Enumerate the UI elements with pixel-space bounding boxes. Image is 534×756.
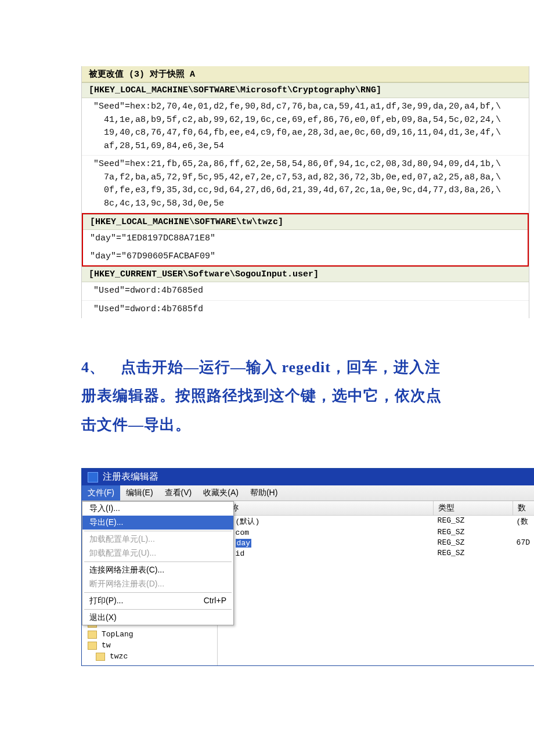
menu-file[interactable]: 文件(F) (82, 485, 120, 501)
highlighted-section: [HKEY_LOCAL_MACHINE\SOFTWARE\tw\twzc] "d… (82, 213, 529, 267)
col-type[interactable]: 类型 (434, 501, 513, 515)
regedit-icon (88, 472, 98, 483)
menu-help[interactable]: 帮助(H) (244, 485, 283, 501)
tree-item-tw[interactable]: tw (88, 640, 211, 651)
tree-item-twzc[interactable]: twzc (88, 651, 211, 662)
menu-item-connect[interactable]: 连接网络注册表(C)... (82, 563, 233, 577)
value-list-panel: 名称 类型 数 ab(默认) REG_SZ (数 abcom REG_SZ ab… (217, 501, 534, 665)
reg-value-day-2: "day"="67D90605FACBAF09" (83, 248, 528, 266)
diff-header: 被更改值 (3) 对于快照 A (82, 66, 529, 82)
reg-value-used-1: "Used"=dword:4b7685ed (82, 282, 529, 301)
col-data[interactable]: 数 (513, 501, 534, 515)
registry-diff-block: 被更改值 (3) 对于快照 A [HKEY_LOCAL_MACHINE\SOFT… (81, 66, 529, 318)
menu-favorites[interactable]: 收藏夹(A) (197, 485, 244, 501)
menu-item-exit[interactable]: 退出(X) (82, 611, 233, 625)
tree-item-toplang[interactable]: TopLang (88, 629, 211, 640)
reg-value-seed-2: "Seed"=hex:21,fb,65,2a,86,ff,62,2e,58,54… (82, 156, 529, 213)
list-row-com[interactable]: abcom REG_SZ (218, 527, 534, 538)
tree-panel: 导入(I)... 导出(E)... 加载配置单元(L)... 卸载配置单元(U)… (82, 501, 217, 665)
list-header: 名称 类型 数 (218, 501, 534, 516)
folder-icon (88, 631, 97, 639)
menu-item-import[interactable]: 导入(I)... (82, 502, 233, 516)
window-title: 注册表编辑器 (103, 471, 158, 483)
menubar[interactable]: 文件(F) 编辑(E) 查看(V) 收藏夹(A) 帮助(H) (82, 485, 534, 501)
folder-open-icon (88, 642, 97, 650)
window-titlebar: 注册表编辑器 (82, 469, 534, 485)
reg-value-used-2: "Used"=dword:4b7685fd (82, 301, 529, 319)
col-name[interactable]: 名称 (218, 501, 434, 515)
regedit-window: 注册表编辑器 文件(F) 编辑(E) 查看(V) 收藏夹(A) 帮助(H) 导入… (81, 468, 534, 666)
reg-key-twzc: [HKEY_LOCAL_MACHINE\SOFTWARE\tw\twzc] (83, 214, 528, 230)
menu-edit[interactable]: 编辑(E) (120, 485, 159, 501)
reg-value-seed-1: "Seed"=hex:b2,70,4e,01,d2,fe,90,8d,c7,76… (82, 98, 529, 156)
menu-item-load-hive: 加载配置单元(L)... (82, 532, 233, 546)
menu-item-unload-hive: 卸载配置单元(U)... (82, 546, 233, 560)
reg-key-rng: [HKEY_LOCAL_MACHINE\SOFTWARE\Microsoft\C… (82, 82, 529, 98)
folder-open-icon (96, 653, 105, 661)
reg-key-sogou: [HKEY_CURRENT_USER\Software\SogouInput.u… (82, 267, 529, 282)
file-dropdown-menu: 导入(I)... 导出(E)... 加载配置单元(L)... 卸载配置单元(U)… (82, 501, 234, 625)
list-row-day[interactable]: abday REG_SZ 67D (218, 538, 534, 548)
menu-view[interactable]: 查看(V) (159, 485, 198, 501)
menu-item-disconnect: 断开网络注册表(D)... (82, 577, 233, 591)
list-row-id[interactable]: abid REG_SZ (218, 548, 534, 559)
menu-item-export[interactable]: 导出(E)... (82, 516, 233, 530)
reg-value-day-1: "day"="1ED8197DC88A71E8" (83, 230, 528, 248)
instruction-text: 4、 点击开始—运行—输入 regedit，回车，进入注册表编辑器。按照路径找到… (81, 353, 453, 439)
menu-item-print[interactable]: 打印(P)... Ctrl+P (82, 594, 233, 608)
list-row-default[interactable]: ab(默认) REG_SZ (数 (218, 516, 534, 527)
